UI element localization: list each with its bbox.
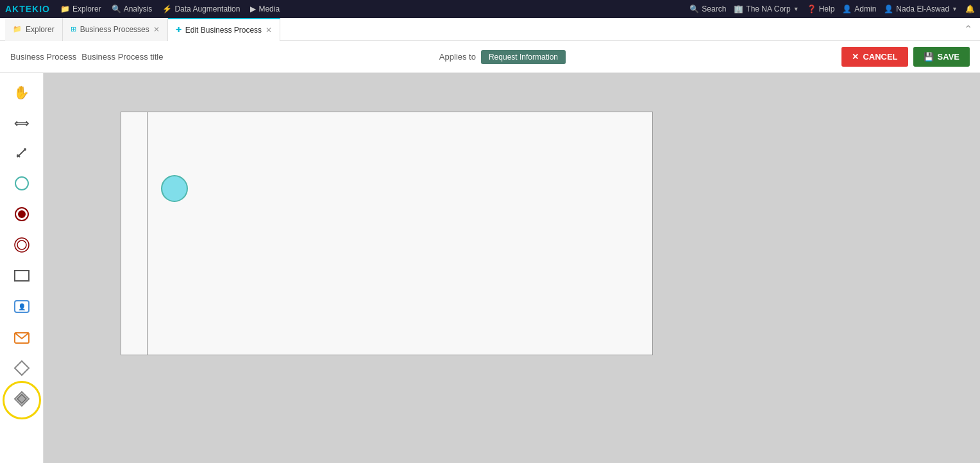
tab-bp-close[interactable]: ✕ [153,26,160,33]
org-chevron-icon: ▼ [793,6,799,12]
top-navigation: AKTEKIO 📁 Explorer 🔍 Analysis ⚡ Data Aug… [0,0,980,18]
svg-point-8 [17,240,26,249]
svg-marker-13 [15,361,29,375]
save-button[interactable]: 💾 SAVE [913,47,970,67]
nav-analysis[interactable]: 🔍 Analysis [112,4,153,13]
diamond-icon [13,360,30,380]
tab-explorer-icon: 📁 [13,25,22,33]
svg-text:👤: 👤 [18,303,26,311]
move-tool-button[interactable]: ⟺ [8,109,36,137]
applies-to-button[interactable]: Request Information [481,50,566,64]
canvas-circle-node[interactable] [161,175,188,202]
nav-admin[interactable]: 👤 Admin [842,4,876,13]
media-icon: ▶ [250,4,256,13]
page-toolbar: Business Process Business Process title … [0,41,980,73]
diamond-tool-button[interactable] [8,355,36,383]
circle-filled-icon [13,206,30,226]
circle-double-tool-button[interactable] [8,232,36,260]
toolbar-actions: ✕ CANCEL 💾 SAVE [841,47,970,67]
app-logo: AKTEKIO [5,4,50,14]
canvas-container[interactable] [121,112,653,355]
main-area: ✋ ⟺ [0,73,980,463]
pen-tool-button[interactable] [8,140,36,168]
svg-point-3 [24,148,26,151]
building-icon: 🏢 [734,4,743,13]
tab-collapse-btn[interactable]: ⌃ [956,18,980,41]
swim-lane-divider [147,112,148,355]
cancel-button[interactable]: ✕ CANCEL [841,47,908,67]
folder-icon: 📁 [60,4,70,13]
user-icon: 👤 [884,4,893,13]
nav-explorer[interactable]: 📁 Explorer [60,4,101,13]
tab-edit-bp[interactable]: ✚ Edit Business Process ✕ [168,18,280,41]
nav-media[interactable]: ▶ Media [250,4,280,13]
diamond-filled-tool-button[interactable] [8,386,36,414]
envelope-icon [13,330,30,348]
bell-icon: 🔔 [965,4,975,13]
data-aug-icon: ⚡ [162,4,172,13]
nav-data-augmentation[interactable]: ⚡ Data Augmentation [162,4,240,13]
svg-point-4 [15,177,28,190]
rectangle-icon [13,269,30,286]
nav-search[interactable]: 🔍 Search [689,4,726,13]
circle-double-icon [13,237,30,257]
rectangle-tool-button[interactable] [8,263,36,291]
circle-outline-tool-button[interactable] [8,171,36,199]
applies-to-section: Applies to Request Information [439,50,566,64]
analysis-icon: 🔍 [112,4,121,13]
tab-edit-bp-close[interactable]: ✕ [266,26,272,34]
help-icon: ❓ [807,4,816,13]
move-icon: ⟺ [14,117,29,130]
tab-bp-icon: ⊞ [71,25,76,33]
nav-right-group: 🔍 Search 🏢 The NA Corp ▼ ❓ Help 👤 Admin … [689,4,975,13]
breadcrumb: Business Process Business Process title [10,52,164,62]
tab-edit-bp-icon: ✚ [176,26,182,34]
nav-user[interactable]: 👤 Nada El-Aswad ▼ [884,4,958,13]
svg-point-6 [18,210,26,218]
save-icon: 💾 [924,52,934,62]
task-tool-button[interactable]: 👤 [8,294,36,322]
svg-rect-9 [15,271,29,281]
admin-icon: 👤 [842,4,852,13]
canvas-area[interactable] [44,73,980,463]
task-icon: 👤 [13,299,30,317]
nav-help[interactable]: ❓ Help [807,4,835,13]
search-icon: 🔍 [689,4,699,13]
cancel-icon: ✕ [852,52,859,62]
left-toolbar: ✋ ⟺ [0,73,44,463]
diamond-filled-icon [13,391,30,410]
user-chevron-icon: ▼ [952,6,958,12]
hand-icon: ✋ [13,85,30,100]
envelope-tool-button[interactable] [8,324,36,353]
nav-org[interactable]: 🏢 The NA Corp ▼ [734,4,798,13]
circle-filled-tool-button[interactable] [8,201,36,230]
tab-business-processes[interactable]: ⊞ Business Processes ✕ [63,18,168,41]
tabs-bar: 📁 Explorer ⊞ Business Processes ✕ ✚ Edit… [0,18,980,41]
circle-outline-icon [13,175,30,195]
pen-icon [15,146,29,163]
nav-bell[interactable]: 🔔 [965,4,975,13]
tab-explorer[interactable]: 📁 Explorer [5,18,63,41]
hand-tool-button[interactable]: ✋ [8,78,36,106]
